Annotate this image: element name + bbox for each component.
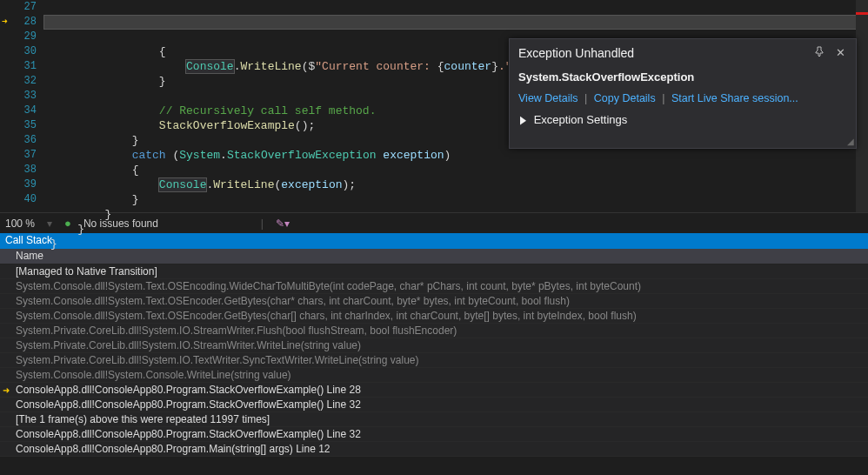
resize-grip-icon[interactable]: ◢ bbox=[510, 137, 856, 148]
code-line[interactable]: catch (System.StackOverflowException exc… bbox=[50, 148, 868, 163]
zoom-level[interactable]: 100 % bbox=[5, 217, 35, 230]
line-number: 27 bbox=[0, 0, 37, 15]
callstack-list[interactable]: [Managed to Native Transition]System.Con… bbox=[0, 264, 868, 457]
stack-frame[interactable]: System.Console.dll!System.Text.OSEncodin… bbox=[0, 279, 868, 294]
line-number: 29 bbox=[0, 30, 37, 44]
pin-icon[interactable] bbox=[812, 46, 826, 60]
code-line[interactable]: { bbox=[50, 163, 868, 177]
stack-frame[interactable]: ConsoleApp8.dll!ConsoleApp80.Program.Sta… bbox=[0, 427, 868, 442]
code-line[interactable]: } bbox=[50, 222, 868, 237]
code-line[interactable]: } bbox=[50, 207, 868, 222]
line-number: 34 bbox=[0, 104, 37, 118]
line-number: 30 bbox=[0, 44, 37, 59]
live-share-link[interactable]: Start Live Share session... bbox=[671, 92, 798, 104]
line-number: 38 bbox=[0, 163, 37, 177]
line-number: 39 bbox=[0, 177, 37, 192]
current-line-highlight bbox=[43, 15, 868, 30]
copy-details-link[interactable]: Copy Details bbox=[594, 92, 656, 104]
stack-frame[interactable]: System.Private.CoreLib.dll!System.IO.Str… bbox=[0, 324, 868, 338]
chevron-right-icon: ▶ bbox=[520, 113, 526, 126]
code-line[interactable]: } bbox=[50, 237, 868, 251]
line-number: 35 bbox=[0, 118, 37, 133]
close-icon[interactable]: ✕ bbox=[833, 46, 847, 60]
execution-arrow-icon: ➜ bbox=[2, 15, 8, 30]
exception-links: View Details | Copy Details | Start Live… bbox=[518, 92, 847, 104]
line-number: 31 bbox=[0, 59, 37, 74]
stack-frame[interactable]: System.Console.dll!System.Text.OSEncoder… bbox=[0, 294, 868, 309]
exception-popup: Exception Unhandled ✕ System.StackOverfl… bbox=[509, 38, 857, 149]
line-gutter: 2728➜293031323334353637383940 bbox=[0, 0, 43, 212]
exception-settings-toggle[interactable]: ▶ Exception Settings bbox=[518, 113, 847, 126]
line-number: 36 bbox=[0, 133, 37, 148]
stack-frame[interactable]: [The 1 frame(s) above this were repeated… bbox=[0, 412, 868, 427]
line-number: 40 bbox=[0, 192, 37, 207]
exception-type: System.StackOverflowException bbox=[518, 70, 847, 84]
stack-frame[interactable]: ConsoleApp8.dll!ConsoleApp80.Program.Mai… bbox=[0, 442, 868, 457]
line-number: 37 bbox=[0, 148, 37, 163]
code-line[interactable]: } bbox=[50, 192, 868, 207]
line-number: 32 bbox=[0, 74, 37, 89]
exception-title: Exception Unhandled bbox=[518, 46, 805, 60]
stack-frame[interactable]: System.Console.dll!System.Text.OSEncoder… bbox=[0, 309, 868, 324]
stack-frame[interactable]: ConsoleApp8.dll!ConsoleApp80.Program.Sta… bbox=[0, 383, 868, 398]
stack-frame[interactable]: System.Console.dll!System.Console.WriteL… bbox=[0, 368, 868, 383]
line-number: 33 bbox=[0, 89, 37, 104]
stack-frame[interactable]: ConsoleApp8.dll!ConsoleApp80.Program.Sta… bbox=[0, 398, 868, 412]
scroll-error-marker bbox=[856, 12, 868, 15]
code-line[interactable]: Console.WriteLine(exception); bbox=[50, 177, 868, 192]
stack-frame[interactable]: System.Private.CoreLib.dll!System.IO.Str… bbox=[0, 338, 868, 353]
current-frame-arrow-icon: ➜ bbox=[3, 383, 10, 398]
stack-frame[interactable]: System.Private.CoreLib.dll!System.IO.Tex… bbox=[0, 353, 868, 368]
view-details-link[interactable]: View Details bbox=[518, 92, 578, 104]
stack-frame[interactable]: [Managed to Native Transition] bbox=[0, 264, 868, 279]
